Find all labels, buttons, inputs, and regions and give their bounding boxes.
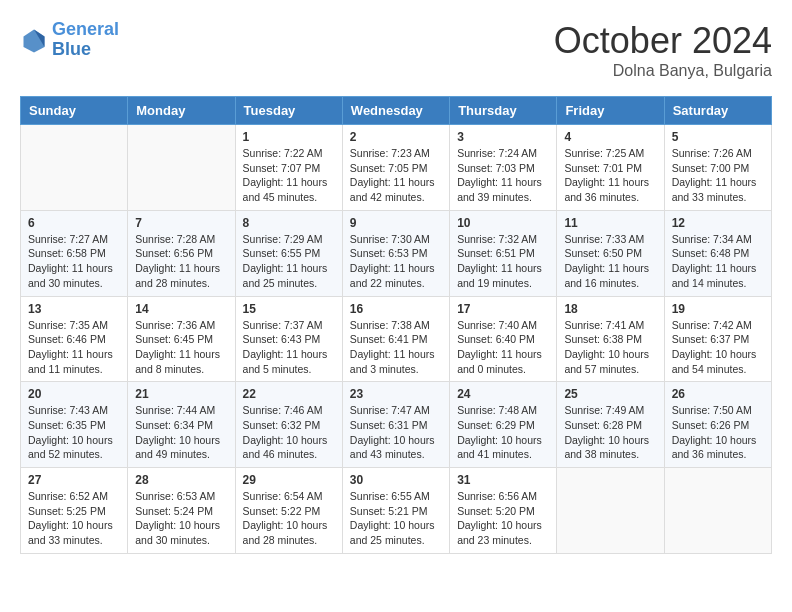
day-number: 12 (672, 216, 764, 230)
cell-content: Sunrise: 7:27 AMSunset: 6:58 PMDaylight:… (28, 232, 120, 291)
cell-content: Sunrise: 7:37 AMSunset: 6:43 PMDaylight:… (243, 318, 335, 377)
cell-content: Sunrise: 7:40 AMSunset: 6:40 PMDaylight:… (457, 318, 549, 377)
day-number: 18 (564, 302, 656, 316)
calendar-cell: 12Sunrise: 7:34 AMSunset: 6:48 PMDayligh… (664, 210, 771, 296)
weekday-header: Wednesday (342, 97, 449, 125)
calendar-cell: 23Sunrise: 7:47 AMSunset: 6:31 PMDayligh… (342, 382, 449, 468)
calendar-cell: 27Sunrise: 6:52 AMSunset: 5:25 PMDayligh… (21, 468, 128, 554)
cell-content: Sunrise: 6:53 AMSunset: 5:24 PMDaylight:… (135, 489, 227, 548)
weekday-header-row: SundayMondayTuesdayWednesdayThursdayFrid… (21, 97, 772, 125)
weekday-header: Friday (557, 97, 664, 125)
cell-content: Sunrise: 7:22 AMSunset: 7:07 PMDaylight:… (243, 146, 335, 205)
calendar-cell: 13Sunrise: 7:35 AMSunset: 6:46 PMDayligh… (21, 296, 128, 382)
calendar-cell (21, 125, 128, 211)
day-number: 20 (28, 387, 120, 401)
day-number: 10 (457, 216, 549, 230)
day-number: 17 (457, 302, 549, 316)
cell-content: Sunrise: 7:41 AMSunset: 6:38 PMDaylight:… (564, 318, 656, 377)
cell-content: Sunrise: 7:47 AMSunset: 6:31 PMDaylight:… (350, 403, 442, 462)
calendar-week-row: 20Sunrise: 7:43 AMSunset: 6:35 PMDayligh… (21, 382, 772, 468)
calendar-cell (664, 468, 771, 554)
day-number: 4 (564, 130, 656, 144)
month-title: October 2024 (554, 20, 772, 62)
cell-content: Sunrise: 6:55 AMSunset: 5:21 PMDaylight:… (350, 489, 442, 548)
calendar-cell: 8Sunrise: 7:29 AMSunset: 6:55 PMDaylight… (235, 210, 342, 296)
calendar-cell: 5Sunrise: 7:26 AMSunset: 7:00 PMDaylight… (664, 125, 771, 211)
day-number: 31 (457, 473, 549, 487)
calendar-week-row: 6Sunrise: 7:27 AMSunset: 6:58 PMDaylight… (21, 210, 772, 296)
page-header: General Blue October 2024 Dolna Banya, B… (20, 20, 772, 80)
calendar-cell: 25Sunrise: 7:49 AMSunset: 6:28 PMDayligh… (557, 382, 664, 468)
cell-content: Sunrise: 7:44 AMSunset: 6:34 PMDaylight:… (135, 403, 227, 462)
cell-content: Sunrise: 7:36 AMSunset: 6:45 PMDaylight:… (135, 318, 227, 377)
calendar-cell (128, 125, 235, 211)
day-number: 26 (672, 387, 764, 401)
calendar-week-row: 27Sunrise: 6:52 AMSunset: 5:25 PMDayligh… (21, 468, 772, 554)
day-number: 11 (564, 216, 656, 230)
cell-content: Sunrise: 6:56 AMSunset: 5:20 PMDaylight:… (457, 489, 549, 548)
day-number: 28 (135, 473, 227, 487)
cell-content: Sunrise: 7:25 AMSunset: 7:01 PMDaylight:… (564, 146, 656, 205)
calendar-cell: 18Sunrise: 7:41 AMSunset: 6:38 PMDayligh… (557, 296, 664, 382)
day-number: 5 (672, 130, 764, 144)
day-number: 29 (243, 473, 335, 487)
calendar-cell: 26Sunrise: 7:50 AMSunset: 6:26 PMDayligh… (664, 382, 771, 468)
day-number: 24 (457, 387, 549, 401)
day-number: 22 (243, 387, 335, 401)
cell-content: Sunrise: 7:32 AMSunset: 6:51 PMDaylight:… (457, 232, 549, 291)
calendar-cell: 17Sunrise: 7:40 AMSunset: 6:40 PMDayligh… (450, 296, 557, 382)
logo-icon (20, 26, 48, 54)
calendar-cell: 4Sunrise: 7:25 AMSunset: 7:01 PMDaylight… (557, 125, 664, 211)
calendar-cell (557, 468, 664, 554)
cell-content: Sunrise: 6:52 AMSunset: 5:25 PMDaylight:… (28, 489, 120, 548)
calendar-table: SundayMondayTuesdayWednesdayThursdayFrid… (20, 96, 772, 554)
day-number: 23 (350, 387, 442, 401)
cell-content: Sunrise: 7:29 AMSunset: 6:55 PMDaylight:… (243, 232, 335, 291)
calendar-cell: 21Sunrise: 7:44 AMSunset: 6:34 PMDayligh… (128, 382, 235, 468)
cell-content: Sunrise: 7:34 AMSunset: 6:48 PMDaylight:… (672, 232, 764, 291)
calendar-week-row: 13Sunrise: 7:35 AMSunset: 6:46 PMDayligh… (21, 296, 772, 382)
cell-content: Sunrise: 7:49 AMSunset: 6:28 PMDaylight:… (564, 403, 656, 462)
weekday-header: Tuesday (235, 97, 342, 125)
calendar-cell: 2Sunrise: 7:23 AMSunset: 7:05 PMDaylight… (342, 125, 449, 211)
calendar-cell: 1Sunrise: 7:22 AMSunset: 7:07 PMDaylight… (235, 125, 342, 211)
day-number: 30 (350, 473, 442, 487)
logo-line1: General (52, 19, 119, 39)
cell-content: Sunrise: 7:48 AMSunset: 6:29 PMDaylight:… (457, 403, 549, 462)
cell-content: Sunrise: 7:35 AMSunset: 6:46 PMDaylight:… (28, 318, 120, 377)
calendar-cell: 24Sunrise: 7:48 AMSunset: 6:29 PMDayligh… (450, 382, 557, 468)
cell-content: Sunrise: 6:54 AMSunset: 5:22 PMDaylight:… (243, 489, 335, 548)
cell-content: Sunrise: 7:43 AMSunset: 6:35 PMDaylight:… (28, 403, 120, 462)
calendar-cell: 28Sunrise: 6:53 AMSunset: 5:24 PMDayligh… (128, 468, 235, 554)
calendar-cell: 30Sunrise: 6:55 AMSunset: 5:21 PMDayligh… (342, 468, 449, 554)
calendar-cell: 7Sunrise: 7:28 AMSunset: 6:56 PMDaylight… (128, 210, 235, 296)
day-number: 8 (243, 216, 335, 230)
calendar-cell: 14Sunrise: 7:36 AMSunset: 6:45 PMDayligh… (128, 296, 235, 382)
weekday-header: Sunday (21, 97, 128, 125)
weekday-header: Saturday (664, 97, 771, 125)
weekday-header: Monday (128, 97, 235, 125)
cell-content: Sunrise: 7:33 AMSunset: 6:50 PMDaylight:… (564, 232, 656, 291)
day-number: 7 (135, 216, 227, 230)
calendar-cell: 10Sunrise: 7:32 AMSunset: 6:51 PMDayligh… (450, 210, 557, 296)
day-number: 27 (28, 473, 120, 487)
calendar-cell: 22Sunrise: 7:46 AMSunset: 6:32 PMDayligh… (235, 382, 342, 468)
calendar-cell: 16Sunrise: 7:38 AMSunset: 6:41 PMDayligh… (342, 296, 449, 382)
day-number: 21 (135, 387, 227, 401)
calendar-cell: 31Sunrise: 6:56 AMSunset: 5:20 PMDayligh… (450, 468, 557, 554)
calendar-cell: 6Sunrise: 7:27 AMSunset: 6:58 PMDaylight… (21, 210, 128, 296)
day-number: 3 (457, 130, 549, 144)
day-number: 13 (28, 302, 120, 316)
calendar-week-row: 1Sunrise: 7:22 AMSunset: 7:07 PMDaylight… (21, 125, 772, 211)
title-block: October 2024 Dolna Banya, Bulgaria (554, 20, 772, 80)
logo-line2: Blue (52, 39, 91, 59)
cell-content: Sunrise: 7:46 AMSunset: 6:32 PMDaylight:… (243, 403, 335, 462)
day-number: 6 (28, 216, 120, 230)
calendar-cell: 29Sunrise: 6:54 AMSunset: 5:22 PMDayligh… (235, 468, 342, 554)
cell-content: Sunrise: 7:26 AMSunset: 7:00 PMDaylight:… (672, 146, 764, 205)
day-number: 16 (350, 302, 442, 316)
day-number: 2 (350, 130, 442, 144)
logo: General Blue (20, 20, 119, 60)
calendar-cell: 15Sunrise: 7:37 AMSunset: 6:43 PMDayligh… (235, 296, 342, 382)
cell-content: Sunrise: 7:38 AMSunset: 6:41 PMDaylight:… (350, 318, 442, 377)
